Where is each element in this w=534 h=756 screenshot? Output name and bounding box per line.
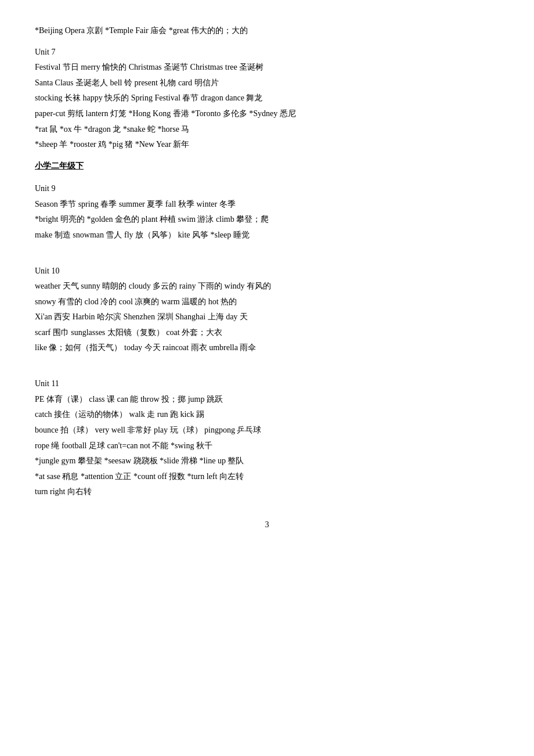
grade-title-section: 小学二年级下 — [35, 156, 499, 175]
unit7-section: Unit 7 Festival 节日 merry 愉快的 Christmas 圣… — [35, 45, 499, 153]
unit11-section: Unit 11 PE 体育（课） class 课 can 能 throw 投；掷… — [35, 376, 499, 500]
page-content: *Beijing Opera 京剧 *Temple Fair 庙会 *great… — [35, 23, 499, 532]
unit10-section: Unit 10 weather 天气 sunny 晴朗的 cloudy 多云的 … — [35, 264, 499, 371]
page-number: 3 — [35, 517, 499, 532]
line-beijing-opera: *Beijing Opera 京剧 *Temple Fair 庙会 *great… — [35, 23, 499, 39]
unit9-section: Unit 9 Season 季节 spring 春季 summer 夏季 fal… — [35, 181, 499, 258]
